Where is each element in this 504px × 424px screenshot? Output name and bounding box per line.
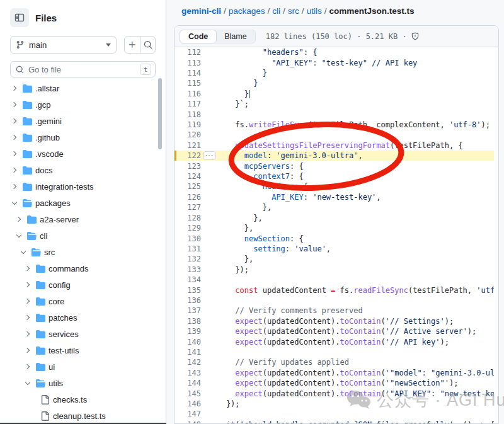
line-number[interactable]: 113 bbox=[175, 59, 201, 67]
branch-name: main bbox=[29, 40, 47, 50]
breadcrumb-link-packages[interactable]: packages bbox=[229, 6, 265, 16]
tree-item-label: checks.ts bbox=[53, 395, 87, 404]
tree-item-test-utils[interactable]: test-utils bbox=[0, 342, 166, 358]
line-menu-button[interactable]: ··· bbox=[203, 151, 216, 160]
line-number[interactable]: 124 bbox=[175, 172, 201, 181]
line-number[interactable]: 116 bbox=[175, 89, 201, 98]
code-text: // Verify comments preserved bbox=[201, 306, 363, 315]
line-number[interactable]: 125 bbox=[175, 182, 201, 191]
sidebar-header: Files bbox=[0, 0, 166, 27]
line-number[interactable]: 129 bbox=[175, 224, 201, 232]
tree-item-.gcp[interactable]: .gcp bbox=[0, 96, 166, 113]
code-text: API_KEY: 'new-test-key', bbox=[201, 193, 381, 202]
code-text: expect(updatedContent).toContain('// Act… bbox=[201, 327, 476, 336]
tree-item-utils[interactable]: utils bbox=[0, 375, 166, 391]
tree-item-label: services bbox=[49, 329, 79, 339]
tree-item-services[interactable]: services bbox=[0, 326, 166, 342]
tree-item-cleanup.test.ts[interactable]: cleanup.test.ts bbox=[0, 408, 166, 424]
folder-icon bbox=[22, 165, 33, 175]
breadcrumb-link-utils[interactable]: utils bbox=[307, 6, 322, 16]
line-number[interactable]: 140 bbox=[175, 338, 201, 347]
tree-item-a2a-server[interactable]: a2a-server bbox=[0, 211, 166, 227]
search-icon bbox=[144, 40, 152, 49]
line-number[interactable]: 119 bbox=[175, 120, 201, 129]
tree-item-ui[interactable]: ui bbox=[0, 358, 166, 375]
tree-item-src[interactable]: src bbox=[0, 244, 166, 260]
code-text: } bbox=[201, 89, 249, 98]
tree-item-docs[interactable]: docs bbox=[0, 162, 166, 178]
code-line-132: 132 }, bbox=[175, 254, 498, 264]
line-number[interactable]: 114 bbox=[175, 69, 201, 77]
line-number[interactable]: 136 bbox=[175, 296, 201, 305]
file-tree-sidebar: Files main bbox=[0, 0, 166, 424]
code-scroll-track[interactable] bbox=[494, 73, 498, 423]
tree-item-core[interactable]: core bbox=[0, 293, 166, 309]
line-number[interactable]: 128 bbox=[175, 214, 201, 222]
code-text: }`; bbox=[201, 100, 249, 108]
line-number[interactable]: 115 bbox=[175, 79, 201, 88]
sidebar-scrollbar-thumb[interactable] bbox=[158, 78, 162, 149]
line-number[interactable]: 137 bbox=[175, 306, 201, 315]
breadcrumb-link-cli[interactable]: cli bbox=[272, 6, 280, 16]
code-line-125: 125 headers: { bbox=[175, 181, 498, 192]
line-number[interactable]: 126 bbox=[175, 193, 201, 202]
branch-selector[interactable]: main bbox=[10, 36, 117, 54]
line-number[interactable]: 141 bbox=[175, 348, 201, 357]
line-number[interactable]: 144 bbox=[175, 379, 201, 387]
tree-item-integration-tests[interactable]: integration-tests bbox=[0, 178, 166, 195]
line-number[interactable]: 112 bbox=[175, 48, 201, 57]
breadcrumb-link-src[interactable]: src bbox=[288, 6, 299, 16]
tree-item-checks.ts[interactable]: checks.ts bbox=[0, 391, 166, 408]
line-number[interactable]: 133 bbox=[175, 265, 201, 274]
tree-item-label: ui bbox=[49, 362, 55, 372]
line-number[interactable]: 122 bbox=[175, 151, 201, 160]
code-text: } bbox=[201, 69, 267, 77]
chevron-right-icon bbox=[9, 181, 20, 192]
breadcrumb-separator: / bbox=[265, 6, 273, 16]
tab-blame[interactable]: Blame bbox=[216, 30, 255, 43]
line-number[interactable]: 130 bbox=[175, 234, 201, 243]
new-file-button[interactable] bbox=[125, 37, 140, 53]
collapse-sidebar-button[interactable] bbox=[10, 8, 29, 27]
line-number[interactable]: 121 bbox=[175, 141, 201, 150]
line-number[interactable]: 134 bbox=[175, 275, 201, 284]
folder-icon bbox=[35, 296, 46, 306]
tree-item-commands[interactable]: commands bbox=[0, 260, 166, 277]
line-number[interactable]: 117 bbox=[175, 100, 201, 108]
git-branch-icon bbox=[16, 40, 25, 49]
tree-actions-group bbox=[124, 36, 156, 54]
tree-item-cli[interactable]: cli bbox=[0, 227, 166, 244]
tree-item-patches[interactable]: patches bbox=[0, 309, 166, 326]
line-number[interactable]: 145 bbox=[175, 389, 201, 398]
line-number[interactable]: 147 bbox=[175, 410, 201, 418]
go-to-file-input[interactable]: Go to file t bbox=[10, 61, 156, 77]
search-tree-button[interactable] bbox=[140, 37, 155, 53]
tree-item-packages[interactable]: packages bbox=[0, 195, 166, 211]
line-number[interactable]: 132 bbox=[175, 255, 201, 263]
line-number[interactable]: 146 bbox=[175, 399, 201, 408]
line-number[interactable]: 138 bbox=[175, 317, 201, 326]
file-blob-container: CodeBlame 182 lines (150 loc) · 5.21 KB … bbox=[174, 25, 499, 424]
chevron-down-icon bbox=[18, 247, 28, 257]
breadcrumb-link-gemini-cli[interactable]: gemini-cli bbox=[181, 6, 221, 16]
line-number[interactable]: 120 bbox=[175, 130, 201, 139]
line-number[interactable]: 142 bbox=[175, 358, 201, 367]
tree-item-.allstar[interactable]: .allstar bbox=[0, 80, 166, 96]
folder-icon bbox=[35, 362, 46, 372]
tree-item-.gemini[interactable]: .gemini bbox=[0, 113, 166, 129]
folder-icon bbox=[35, 263, 46, 273]
line-number[interactable]: 135 bbox=[175, 286, 201, 295]
tab-code[interactable]: Code bbox=[180, 30, 217, 43]
chevron-right-icon bbox=[9, 83, 20, 93]
tree-item-.github[interactable]: .github bbox=[0, 129, 166, 146]
line-number[interactable]: 123 bbox=[175, 162, 201, 171]
line-number[interactable]: 143 bbox=[175, 369, 201, 377]
line-number[interactable]: 148 bbox=[175, 420, 201, 424]
line-number[interactable]: 139 bbox=[175, 327, 201, 336]
line-number[interactable]: 118 bbox=[175, 110, 201, 119]
tree-item-config[interactable]: config bbox=[0, 277, 166, 293]
line-number[interactable]: 131 bbox=[175, 244, 201, 253]
code-text: it('should handle corrupted JSON files g… bbox=[201, 420, 495, 424]
tree-item-.vscode[interactable]: .vscode bbox=[0, 146, 166, 162]
line-number[interactable]: 127 bbox=[175, 203, 201, 212]
